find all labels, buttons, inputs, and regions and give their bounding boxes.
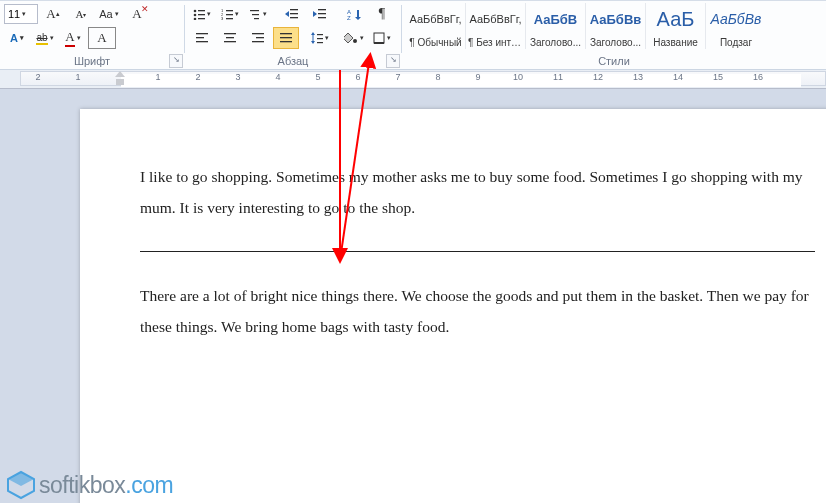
svg-rect-21 xyxy=(318,17,326,18)
numbering-button[interactable]: 123 xyxy=(217,3,243,25)
svg-point-4 xyxy=(194,18,197,20)
ruler-tick-label: 8 xyxy=(435,72,440,82)
increase-indent-button[interactable] xyxy=(307,3,333,25)
svg-rect-31 xyxy=(224,41,236,42)
ruler-tick-label: 10 xyxy=(513,72,523,82)
svg-rect-39 xyxy=(313,35,314,41)
align-right-button[interactable] xyxy=(245,27,271,49)
change-case-button[interactable]: Aa xyxy=(96,3,122,25)
group-label-font: Шрифт xyxy=(0,55,184,67)
style-normal[interactable]: АаБбВвГг, ¶ Обычный xyxy=(406,3,466,49)
svg-marker-25 xyxy=(355,10,361,20)
svg-point-45 xyxy=(353,39,357,43)
styles-gallery[interactable]: АаБбВвГг, ¶ Обычный АаБбВвГг, ¶ Без инте… xyxy=(406,3,822,49)
svg-marker-40 xyxy=(311,41,315,44)
shading-button[interactable] xyxy=(341,27,367,49)
hanging-indent-marker[interactable] xyxy=(116,79,124,85)
svg-text:Z: Z xyxy=(347,15,351,20)
svg-marker-44 xyxy=(344,33,353,43)
style-subtitle[interactable]: АаБбВв Подзаг xyxy=(706,3,766,49)
ruler-tick-label: 13 xyxy=(633,72,643,82)
text-effects-button[interactable]: A xyxy=(4,27,30,49)
justify-button[interactable] xyxy=(273,27,299,49)
align-left-button[interactable] xyxy=(189,27,215,49)
style-heading2[interactable]: АаБбВв Заголово... xyxy=(586,3,646,49)
svg-rect-35 xyxy=(280,33,292,34)
svg-rect-46 xyxy=(374,33,384,43)
paragraph-1[interactable]: I like to go shopping. Sometimes my moth… xyxy=(140,161,815,223)
svg-rect-30 xyxy=(226,37,234,38)
ruler-tick-label: 4 xyxy=(275,72,280,82)
svg-rect-12 xyxy=(250,10,259,11)
watermark-logo: softikbox.com xyxy=(6,470,173,500)
horizontal-ruler[interactable]: 21123456789101112131415161718 xyxy=(0,70,826,89)
ruler-tick-label: 2 xyxy=(195,72,200,82)
ruler-tick-label: 2 xyxy=(35,72,40,82)
svg-rect-36 xyxy=(280,37,292,38)
svg-rect-1 xyxy=(198,10,205,11)
svg-rect-28 xyxy=(196,41,208,42)
ruler-tick-label: 5 xyxy=(315,72,320,82)
paragraph-2[interactable]: There are a lot of bright nice things th… xyxy=(140,280,815,342)
style-heading1[interactable]: АаБбВ Заголово... xyxy=(526,3,586,49)
svg-rect-20 xyxy=(318,13,326,14)
clear-formatting-button[interactable]: A✕ xyxy=(124,3,150,25)
svg-rect-41 xyxy=(317,34,323,35)
svg-text:3: 3 xyxy=(221,16,224,20)
svg-rect-43 xyxy=(317,42,323,43)
svg-point-0 xyxy=(194,10,197,13)
svg-rect-11 xyxy=(226,18,233,19)
multilevel-list-button[interactable] xyxy=(245,3,271,25)
ruler-tick-label: 7 xyxy=(395,72,400,82)
svg-point-2 xyxy=(194,14,197,17)
bullets-button[interactable] xyxy=(189,3,215,25)
svg-rect-16 xyxy=(290,13,298,14)
font-dialog-launcher[interactable]: ↘ xyxy=(169,54,183,68)
svg-marker-18 xyxy=(285,11,289,17)
shrink-font-button[interactable]: A▾ xyxy=(68,3,94,25)
ruler-tick-label: 16 xyxy=(753,72,763,82)
grow-font-button[interactable]: A▴ xyxy=(40,3,66,25)
first-line-indent-marker[interactable] xyxy=(115,71,125,77)
group-label-styles: Стили xyxy=(402,55,826,67)
paragraph-dialog-launcher[interactable]: ↘ xyxy=(386,54,400,68)
svg-rect-9 xyxy=(226,14,233,15)
svg-rect-42 xyxy=(317,38,323,39)
font-color-button[interactable]: A xyxy=(60,27,86,49)
svg-rect-19 xyxy=(318,9,326,10)
svg-rect-37 xyxy=(280,41,292,42)
group-styles: АаБбВвГг, ¶ Обычный АаБбВвГг, ¶ Без инте… xyxy=(402,1,826,69)
svg-rect-15 xyxy=(290,9,298,10)
style-no-spacing[interactable]: АаБбВвГг, ¶ Без инте... xyxy=(466,3,526,49)
group-label-paragraph: Абзац xyxy=(185,55,401,67)
borders-button[interactable] xyxy=(369,27,395,49)
svg-marker-52 xyxy=(8,472,34,486)
svg-rect-14 xyxy=(254,18,259,19)
char-border-button[interactable]: A xyxy=(88,27,116,49)
svg-rect-26 xyxy=(196,33,208,34)
show-marks-button[interactable]: ¶ xyxy=(369,3,395,25)
align-center-button[interactable] xyxy=(217,27,243,49)
sort-button[interactable]: AZ xyxy=(341,3,367,25)
ruler-tick-label: 9 xyxy=(475,72,480,82)
svg-rect-33 xyxy=(256,37,264,38)
group-paragraph: 123 AZ ¶ xyxy=(185,1,401,69)
document-area: I like to go shopping. Sometimes my moth… xyxy=(0,89,826,503)
style-title[interactable]: АаБ Название xyxy=(646,3,706,49)
svg-rect-7 xyxy=(226,10,233,11)
ribbon: 11 A▴ A▾ Aa A✕ A ab A A Шрифт ↘ 123 xyxy=(0,0,826,70)
highlight-button[interactable]: ab xyxy=(32,27,58,49)
svg-rect-5 xyxy=(198,18,205,19)
ruler-tick-label: 1 xyxy=(75,72,80,82)
line-spacing-button[interactable] xyxy=(307,27,333,49)
svg-rect-32 xyxy=(252,33,264,34)
page[interactable]: I like to go shopping. Sometimes my moth… xyxy=(80,109,826,503)
font-size-combo[interactable]: 11 xyxy=(4,4,38,24)
group-font: 11 A▴ A▾ Aa A✕ A ab A A Шрифт ↘ xyxy=(0,1,184,69)
ruler-tick-label: 14 xyxy=(673,72,683,82)
decrease-indent-button[interactable] xyxy=(279,3,305,25)
svg-rect-17 xyxy=(290,17,298,18)
svg-rect-27 xyxy=(196,37,204,38)
ruler-tick-label: 12 xyxy=(593,72,603,82)
ruler-tick-label: 11 xyxy=(553,72,563,82)
